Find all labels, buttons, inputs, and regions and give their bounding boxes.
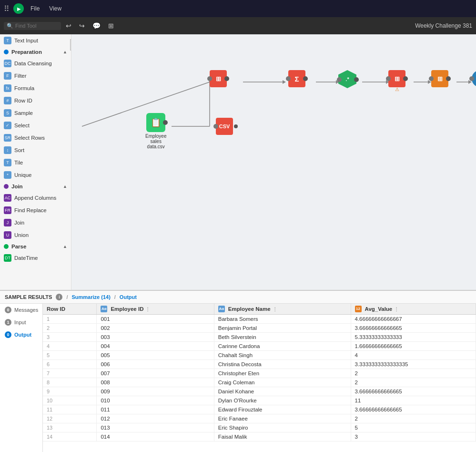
cell-avg-value: 11 — [351, 396, 476, 405]
col-header-rowid[interactable]: Row ID — [43, 304, 97, 315]
preparation-chevron: ▲ — [63, 50, 67, 54]
table-row[interactable]: 11 011 Edward Firouztale 3.6666666666666… — [43, 405, 476, 414]
table-row[interactable]: 4 004 Carinne Cardona 1.66666666666665 — [43, 342, 476, 351]
col-header-employee-name[interactable]: Aα Employee Name ⋮ — [214, 304, 351, 315]
node-employee-input[interactable]: 📋 Employeesalesdata.csv — [145, 113, 166, 149]
table-row[interactable]: 14 014 Faisal Malik 3 — [43, 432, 476, 442]
cell-employee-id: 010 — [97, 396, 214, 405]
table-row[interactable]: 5 005 Chahalt Singh 4 — [43, 351, 476, 360]
cell-avg-value: 3.3333333333333335 — [351, 360, 476, 369]
node-n3[interactable]: .* — [338, 70, 357, 89]
bottom-table-area[interactable]: Row ID Aα Employee ID ⋮ Aα — [43, 304, 476, 452]
sidebar-item-tile[interactable]: T Tile — [0, 156, 71, 169]
join-dot — [4, 184, 9, 189]
play-button[interactable] — [13, 3, 24, 14]
redo-button[interactable]: ↪ — [76, 20, 88, 31]
employee-name-options[interactable]: ⋮ — [273, 307, 277, 312]
weekly-challenge-label: Weekly Challenge 381 — [415, 22, 472, 29]
formula-icon: fx — [4, 84, 11, 92]
comment-button[interactable]: 💬 — [90, 20, 103, 31]
canvas-area[interactable]: 📋 Employeesalesdata.csv ⊞ Σ .* — [71, 34, 476, 290]
bottom-left-input[interactable]: 1 Input — [0, 316, 42, 329]
find-tool-input[interactable] — [15, 23, 58, 29]
file-menu[interactable]: File — [28, 4, 42, 13]
employee-name-col-label: Employee Name — [228, 306, 271, 312]
table-row[interactable]: 2 002 Benjamin Portal 3.66666666666665 — [43, 324, 476, 333]
cell-employee-name: Faisal Malik — [214, 432, 351, 442]
bottom-left-panel: 0 Messages 1 Input 0 Output — [0, 304, 43, 452]
join-label: Join — [11, 184, 23, 189]
table-row[interactable]: 9 009 Daniel Kohane 3.66666666666665 — [43, 387, 476, 396]
cell-employee-id: 011 — [97, 405, 214, 414]
breadcrumb-output[interactable]: Output — [120, 294, 137, 300]
cell-employee-name: Christopher Eten — [214, 369, 351, 378]
sidebar-item-sort[interactable]: ↕ Sort — [0, 144, 71, 156]
bottom-panel: SAMPLE RESULTS i / Summarize (14) / Outp… — [0, 290, 476, 452]
employee-id-options[interactable]: ⋮ — [145, 307, 150, 312]
breadcrumb-summarize[interactable]: Summarize (14) — [71, 294, 110, 300]
bottom-left-messages[interactable]: 0 Messages — [0, 304, 42, 316]
sidebar-item-append-columns[interactable]: AC Append Columns — [0, 192, 71, 204]
sidebar-item-union[interactable]: U Union — [0, 229, 71, 241]
table-row[interactable]: 10 010 Dylan O'Rourke 11 — [43, 396, 476, 405]
node-n4[interactable]: ⊞ ⚠ — [388, 70, 405, 87]
sidebar-item-join[interactable]: J Join — [0, 216, 71, 229]
sidebar-label-find-replace: Find Replace — [14, 207, 47, 213]
node-csv[interactable]: CSV — [216, 118, 233, 135]
node-n5[interactable]: ⊞ — [431, 70, 448, 87]
employee-id-type-icon: Aα — [101, 306, 107, 312]
sidebar-item-data-cleansing[interactable]: DC Data Cleansing — [0, 57, 71, 70]
search-icon: 🔍 — [7, 23, 13, 29]
view-menu[interactable]: View — [46, 4, 64, 13]
sidebar-item-filter[interactable]: F Filter — [0, 70, 71, 82]
cell-employee-name: Eric Fanaee — [214, 414, 351, 423]
col-header-employee-id[interactable]: Aα Employee ID ⋮ — [97, 304, 214, 315]
sidebar-item-formula[interactable]: fx Formula — [0, 82, 71, 94]
sidebar-section-preparation[interactable]: Preparation ▲ — [0, 47, 71, 57]
cell-row-id: 4 — [43, 342, 97, 351]
sidebar-item-select[interactable]: ✓ Select — [0, 119, 71, 132]
employee-id-sort[interactable]: Aα Employee ID ⋮ — [101, 306, 210, 312]
cell-employee-name: Dylan O'Rourke — [214, 396, 351, 405]
node-n1[interactable]: ⊞ — [210, 70, 227, 87]
grid-icon[interactable]: ⠿ — [4, 4, 10, 13]
table-row[interactable]: 1 001 Barbara Somers 4.66666666666667 — [43, 315, 476, 324]
info-icon[interactable]: i — [56, 294, 62, 300]
parse-dot — [4, 244, 9, 249]
sidebar-item-row-id[interactable]: # Row ID — [0, 94, 71, 107]
node-n2[interactable]: Σ — [288, 70, 305, 87]
sidebar-section-parse[interactable]: Parse ▲ — [0, 241, 71, 252]
sidebar-item-datetime[interactable]: DT DateTime — [0, 252, 71, 264]
sidebar-item-sample[interactable]: S Sample — [0, 107, 71, 119]
node-n6[interactable]: ✓ — [472, 70, 476, 87]
bottom-left-output[interactable]: 0 Output — [0, 329, 42, 341]
cell-employee-id: 012 — [97, 414, 214, 423]
rowid-col-label: Row ID — [47, 306, 65, 312]
sidebar-item-select-rows[interactable]: SR Select Rows — [0, 132, 71, 144]
table-row[interactable]: 13 013 Eric Shapiro 5 — [43, 423, 476, 432]
sample-results-label: SAMPLE RESULTS — [5, 294, 52, 300]
grid-view-button[interactable]: ⊞ — [105, 20, 117, 31]
sidebar-item-find-replace[interactable]: FR Find Replace — [0, 204, 71, 216]
table-row[interactable]: 8 008 Craig Coleman 2 — [43, 378, 476, 387]
undo-button[interactable]: ↩ — [63, 20, 74, 31]
svg-marker-2 — [283, 80, 286, 84]
table-row[interactable]: 7 007 Christopher Eten 2 — [43, 369, 476, 378]
table-row[interactable]: 12 012 Eric Fanaee 2 — [43, 414, 476, 423]
preparation-dot — [4, 50, 9, 54]
sample-icon: S — [4, 109, 11, 117]
employee-name-sort[interactable]: Aα Employee Name ⋮ — [218, 306, 347, 312]
messages-label: Messages — [14, 307, 38, 313]
tile-icon: T — [4, 159, 11, 166]
avg-value-options[interactable]: ⋮ — [394, 307, 399, 312]
sidebar-item-text-input[interactable]: T Text Input — [0, 34, 71, 47]
col-header-avg-value[interactable]: 12 Avg_Value ⋮ — [351, 304, 476, 315]
sidebar-section-join[interactable]: Join ▲ — [0, 181, 71, 192]
avg-value-sort[interactable]: 12 Avg_Value ⋮ — [355, 306, 472, 312]
preparation-label: Preparation — [11, 49, 42, 55]
table-row[interactable]: 3 003 Beth Silverstein 5.33333333333333 — [43, 333, 476, 342]
sidebar-item-unique[interactable]: * Unique — [0, 169, 71, 181]
table-row[interactable]: 6 006 Christina Decosta 3.33333333333333… — [43, 360, 476, 369]
find-tool-container[interactable]: 🔍 — [4, 22, 61, 30]
cell-row-id: 11 — [43, 405, 97, 414]
